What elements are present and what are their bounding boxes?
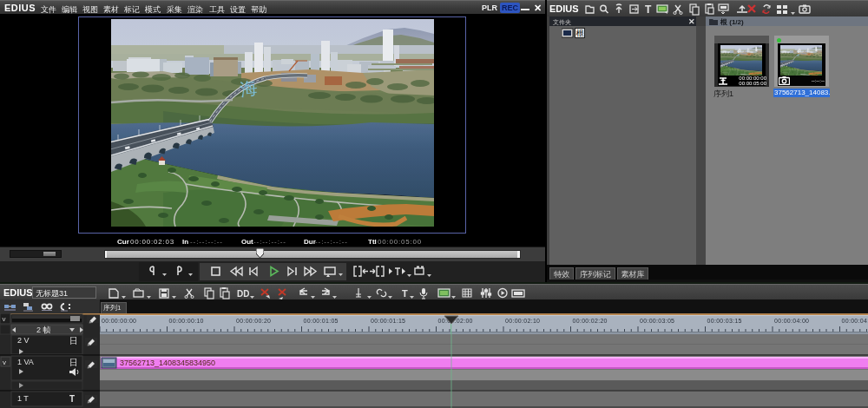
svg-text:00:00:02:10: 00:00:02:10: [505, 318, 540, 324]
svg-text:2 帧: 2 帧: [36, 326, 51, 334]
svg-text:日: 日: [69, 358, 78, 367]
svg-text:00:00:00:10: 00:00:00:10: [169, 318, 204, 324]
svg-text:1 VA: 1 VA: [17, 358, 34, 366]
svg-text:00:00:00:20: 00:00:00:20: [236, 318, 271, 324]
svg-text:v: v: [3, 359, 6, 366]
svg-text:1 T: 1 T: [17, 394, 29, 403]
svg-text:00:00:01:05: 00:00:01:05: [304, 318, 339, 324]
svg-text:00:00:03:15: 00:00:03:15: [707, 318, 742, 324]
svg-text:v: v: [3, 315, 6, 323]
svg-text:日: 日: [69, 336, 78, 345]
svg-text:00:00:04:10: 00:00:04:10: [842, 318, 868, 324]
svg-text:T: T: [69, 394, 75, 404]
svg-text:00:00:00:00: 00:00:00:00: [102, 318, 136, 324]
svg-text:00:00:02:20: 00:00:02:20: [573, 318, 608, 324]
svg-text:37562713_1408345834950: 37562713_1408345834950: [120, 359, 215, 367]
svg-text:00:00:03:05: 00:00:03:05: [640, 318, 674, 324]
svg-text:DD: DD: [237, 289, 249, 299]
svg-text:00:00:01:15: 00:00:01:15: [371, 318, 405, 324]
svg-text:00:00:04:00: 00:00:04:00: [774, 318, 809, 324]
svg-text:T: T: [402, 288, 408, 299]
svg-text:2 V: 2 V: [17, 336, 30, 345]
svg-text:T: T: [645, 3, 652, 16]
